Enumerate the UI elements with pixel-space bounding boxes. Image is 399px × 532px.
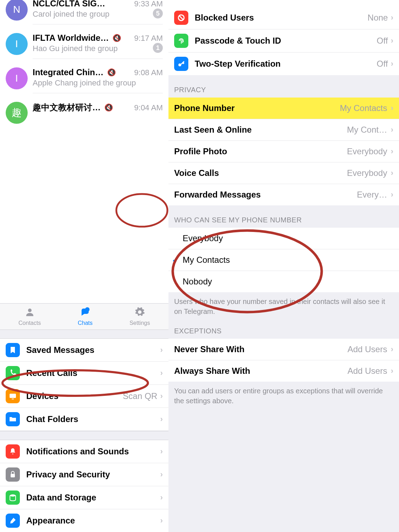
chevron-right-icon: › bbox=[391, 59, 393, 68]
chat-subtitle: Apple Chang joined the group bbox=[33, 78, 163, 88]
privacy-voice-calls-row[interactable]: Voice Calls Everybody › bbox=[168, 162, 399, 184]
privacy-forwarded-messages-row[interactable]: Forwarded Messages Every… › bbox=[168, 184, 399, 205]
monitor-icon bbox=[6, 389, 20, 403]
settings-recent-calls[interactable]: Recent Calls › bbox=[0, 362, 168, 385]
chevron-right-icon: › bbox=[160, 368, 163, 378]
contacts-icon bbox=[24, 307, 35, 319]
privacy-last-seen-row[interactable]: Last Seen & Online My Cont… › bbox=[168, 119, 399, 141]
chevron-right-icon: › bbox=[160, 345, 163, 355]
bell-icon bbox=[6, 444, 20, 459]
settings-value: Scan QR bbox=[123, 391, 157, 401]
settings-label: Phone Number bbox=[174, 103, 340, 113]
svg-point-0 bbox=[28, 309, 32, 312]
settings-label: Data and Storage bbox=[26, 493, 160, 503]
phone-icon bbox=[6, 366, 20, 380]
avatar: 趣 bbox=[6, 102, 28, 124]
settings-label: Always Share With bbox=[174, 366, 348, 376]
bookmark-icon bbox=[6, 343, 20, 357]
settings-label: Recent Calls bbox=[26, 368, 160, 378]
section-header-privacy: PRIVACY bbox=[168, 75, 399, 98]
chat-time: 9:04 AM bbox=[134, 103, 163, 112]
chat-title: IFLTA Worldwide… bbox=[33, 33, 109, 43]
settings-notifications[interactable]: Notifications and Sounds › bbox=[0, 440, 168, 463]
settings-value: Everybody bbox=[347, 168, 387, 178]
chevron-right-icon: › bbox=[160, 447, 163, 456]
svg-rect-3 bbox=[10, 394, 16, 398]
settings-label: Privacy and Security bbox=[26, 470, 160, 480]
tab-contacts[interactable]: Contacts bbox=[18, 307, 41, 326]
tab-label: Chats bbox=[78, 320, 93, 326]
settings-chat-folders[interactable]: Chat Folders › bbox=[0, 408, 168, 431]
blocked-users-row[interactable]: Blocked Users None › bbox=[168, 6, 399, 29]
settings-value: None bbox=[367, 13, 388, 23]
chevron-right-icon: › bbox=[160, 415, 163, 424]
chevron-right-icon: › bbox=[391, 125, 393, 134]
settings-value: Off bbox=[377, 36, 388, 46]
two-step-verification-row[interactable]: Two-Step Verification Off › bbox=[168, 52, 399, 75]
option-my-contacts[interactable]: ✓ My Contacts bbox=[168, 249, 399, 271]
privacy-profile-photo-row[interactable]: Profile Photo Everybody › bbox=[168, 141, 399, 162]
chevron-right-icon: › bbox=[160, 470, 163, 479]
option-label: Everybody bbox=[183, 233, 223, 243]
settings-label: Blocked Users bbox=[195, 13, 367, 23]
mute-icon: 🔇 bbox=[107, 68, 116, 77]
chat-list-item[interactable]: 趣 趣中文教材研讨… 🔇 9:04 AM bbox=[0, 98, 168, 131]
chat-time: 9:17 AM bbox=[134, 34, 163, 43]
tab-label: Settings bbox=[129, 320, 150, 326]
svg-point-6 bbox=[10, 494, 16, 497]
chevron-right-icon: › bbox=[391, 13, 393, 22]
settings-label: Forwarded Messages bbox=[174, 190, 357, 200]
option-label: Nobody bbox=[183, 277, 212, 287]
chevron-right-icon: › bbox=[391, 190, 393, 199]
chat-time: 9:33 AM bbox=[134, 0, 163, 9]
settings-value: Every… bbox=[357, 190, 387, 200]
chat-list-item[interactable]: I IFLTA Worldwide… 🔇 9:17 AM Hao Gu join… bbox=[0, 29, 168, 64]
settings-appearance[interactable]: Appearance › bbox=[0, 509, 168, 532]
key-icon bbox=[174, 57, 188, 71]
exceptions-list: Never Share With Add Users › Always Shar… bbox=[168, 339, 399, 382]
section-header-who: WHO CAN SEE MY PHONE NUMBER bbox=[168, 205, 399, 228]
disk-icon bbox=[6, 491, 20, 505]
settings-label: Passcode & Touch ID bbox=[195, 36, 377, 46]
chat-title: Integrated Chin… bbox=[33, 67, 104, 77]
settings-label: Never Share With bbox=[174, 344, 348, 354]
tab-settings[interactable]: Settings bbox=[129, 307, 150, 326]
chat-list-item[interactable]: N NCLC/CLTA SIG… 9:33 AM Carol joined th… bbox=[0, 0, 168, 29]
settings-data-storage[interactable]: Data and Storage › bbox=[0, 486, 168, 509]
chevron-right-icon: › bbox=[160, 516, 163, 525]
never-share-with-row[interactable]: Never Share With Add Users › bbox=[168, 339, 399, 360]
settings-label: Saved Messages bbox=[26, 345, 160, 355]
who-options: Everybody ✓ My Contacts Nobody bbox=[168, 228, 399, 292]
settings-label: Two-Step Verification bbox=[195, 59, 377, 69]
tab-bar: Contacts Chats Settings bbox=[0, 303, 168, 329]
chat-title: 趣中文教材研讨… bbox=[33, 102, 101, 113]
lock-icon bbox=[6, 467, 20, 482]
chevron-right-icon: › bbox=[160, 493, 163, 502]
tab-chats[interactable]: Chats bbox=[78, 307, 93, 326]
gear-icon bbox=[134, 307, 145, 319]
chat-title: NCLC/CLTA SIG… bbox=[33, 0, 105, 9]
who-footer-text: Users who have your number saved in thei… bbox=[168, 292, 399, 323]
settings-label: Notifications and Sounds bbox=[26, 447, 160, 456]
option-everybody[interactable]: Everybody bbox=[168, 228, 399, 249]
settings-saved-messages[interactable]: Saved Messages › bbox=[0, 339, 168, 362]
option-nobody[interactable]: Nobody bbox=[168, 271, 399, 292]
passcode-touchid-row[interactable]: Passcode & Touch ID Off › bbox=[168, 29, 399, 52]
mute-icon: 🔇 bbox=[104, 103, 113, 112]
settings-label: Voice Calls bbox=[174, 168, 347, 178]
mute-icon: 🔇 bbox=[112, 34, 121, 42]
block-icon bbox=[174, 11, 188, 25]
chat-list: N NCLC/CLTA SIG… 9:33 AM Carol joined th… bbox=[0, 0, 168, 131]
avatar: I bbox=[6, 67, 28, 89]
chats-icon bbox=[80, 307, 90, 319]
always-share-with-row[interactable]: Always Share With Add Users › bbox=[168, 360, 399, 382]
avatar: N bbox=[6, 0, 28, 21]
settings-value: My Contacts bbox=[340, 103, 387, 113]
chat-subtitle: Hao Gu joined the group bbox=[33, 44, 163, 54]
chat-list-item[interactable]: I Integrated Chin… 🔇 9:08 AM Apple Chang… bbox=[0, 64, 168, 98]
privacy-phone-number-row[interactable]: Phone Number My Contacts › bbox=[168, 98, 399, 119]
settings-devices[interactable]: Devices Scan QR › bbox=[0, 385, 168, 408]
exceptions-footer-text: You can add users or entire groups as ex… bbox=[168, 382, 399, 413]
settings-privacy-security[interactable]: Privacy and Security › bbox=[0, 463, 168, 486]
chevron-right-icon: › bbox=[391, 345, 393, 354]
